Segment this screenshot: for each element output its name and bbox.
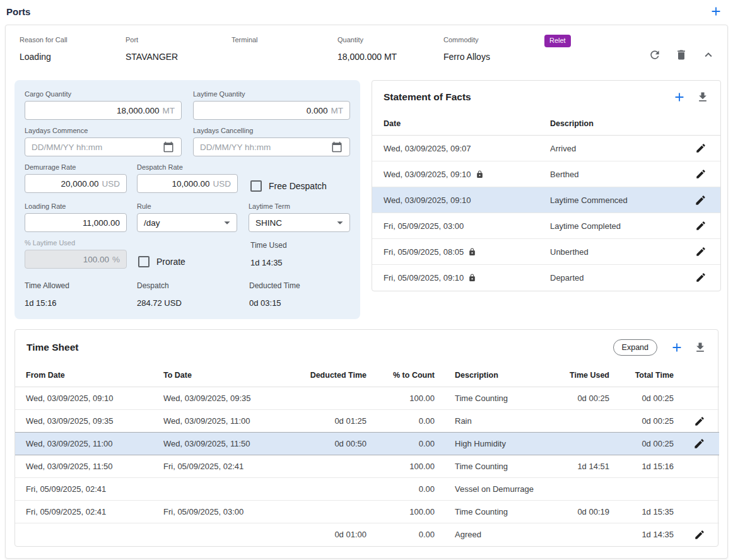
timesheet-row[interactable]: Fri, 05/09/2025, 02:41 0.00 Vessel on De… xyxy=(15,478,719,501)
ts-col-description: Description xyxy=(435,364,546,387)
sof-actions xyxy=(672,90,709,104)
ts-col-total: Total Time xyxy=(609,364,674,387)
laytime-quantity-label: Laytime Quantity xyxy=(193,90,350,98)
laydays-cancelling-input[interactable] xyxy=(193,137,350,156)
sof-edit-button[interactable] xyxy=(694,167,708,181)
sof-edit-button[interactable] xyxy=(693,193,708,207)
edit-icon xyxy=(695,143,707,154)
sof-edit-button[interactable] xyxy=(694,141,708,155)
sof-row-date: Fri, 05/09/2025, 09:10 xyxy=(372,265,550,291)
laytime-term-field: Laytime Term SHINC xyxy=(249,202,350,232)
timesheet-title: Time Sheet xyxy=(26,342,78,353)
edit-icon xyxy=(693,438,705,450)
despatch-stat: Despatch 284.72 USD xyxy=(137,281,249,308)
sof-row-date: Wed, 03/09/2025, 09:10 xyxy=(372,187,550,213)
commodity-value: Ferro Alloys xyxy=(443,52,544,62)
demurrage-rate-input[interactable]: USD xyxy=(25,174,127,193)
loading-rate-value[interactable] xyxy=(32,218,120,228)
timesheet-edit-button[interactable] xyxy=(693,414,707,428)
sof-edit-button[interactable] xyxy=(694,245,708,259)
sof-edit-button[interactable] xyxy=(694,271,708,284)
chevron-down-icon xyxy=(220,216,234,230)
laytime-quantity-value[interactable] xyxy=(200,106,328,115)
statement-of-facts-panel: Statement of Facts Date Description xyxy=(372,80,721,291)
laydays-cancelling-calendar-button[interactable] xyxy=(331,141,343,153)
rule-select[interactable]: /day xyxy=(137,213,237,232)
sof-row[interactable]: Wed, 03/09/2025, 09:07 Arrived xyxy=(372,136,720,161)
sof-download-button[interactable] xyxy=(696,91,709,103)
laydays-commence-input[interactable] xyxy=(25,137,182,156)
calendar-icon xyxy=(331,141,343,153)
despatch-rate-value[interactable] xyxy=(144,179,209,189)
sync-icon xyxy=(648,49,661,61)
laytime-quantity-input[interactable]: MT xyxy=(193,101,350,120)
commodity-label: Commodity xyxy=(443,36,544,44)
lock-icon xyxy=(468,248,476,256)
ts-col-deducted: Deducted Time xyxy=(296,364,366,387)
timesheet-expand-button[interactable]: Expand xyxy=(613,339,657,356)
timesheet-edit-button[interactable] xyxy=(692,436,707,451)
timesheet-row[interactable]: Fri, 05/09/2025, 02:41 Fri, 05/09/2025, … xyxy=(15,501,719,523)
cargo-quantity-value[interactable] xyxy=(32,106,160,115)
timesheet-actions: Expand xyxy=(613,339,707,356)
ts-col-time-used: Time Used xyxy=(546,364,609,387)
laydays-cancelling-field: Laydays Cancelling xyxy=(193,127,350,156)
laydays-commence-value[interactable] xyxy=(32,143,158,152)
sof-row[interactable]: Wed, 03/09/2025, 09:10 Berthed xyxy=(372,161,720,187)
timesheet-table: From Date To Date Deducted Time % to Cou… xyxy=(15,364,719,546)
laydays-cancelling-value[interactable] xyxy=(200,143,327,152)
free-despatch-checkbox-row[interactable]: Free Despatch xyxy=(250,177,327,195)
terminal-label: Terminal xyxy=(232,36,332,44)
laytime-used-input: % xyxy=(25,250,127,269)
laydays-commence-calendar-button[interactable] xyxy=(162,141,175,153)
time-allowed-value: 1d 15:16 xyxy=(25,298,137,308)
despatch-rate-input[interactable]: USD xyxy=(137,174,238,193)
reason-for-call-field: Reason for Call Loading xyxy=(15,36,120,62)
timesheet-download-button[interactable] xyxy=(694,341,707,354)
ts-col-to: To Date xyxy=(163,364,296,387)
quantity-field: Quantity 18,000.000 MT xyxy=(332,36,438,62)
port-field: Port STAVANGER xyxy=(120,36,226,62)
rule-field: Rule /day xyxy=(137,202,237,232)
sof-add-button[interactable] xyxy=(672,90,686,104)
free-despatch-checkbox[interactable] xyxy=(250,180,262,192)
timesheet-edit-button[interactable] xyxy=(693,528,707,542)
prorate-checkbox-row[interactable]: Prorate xyxy=(138,252,239,271)
collapse-port-button[interactable] xyxy=(700,46,717,64)
prorate-checkbox[interactable] xyxy=(138,256,150,267)
timesheet-row[interactable]: 0d 01:00 0.00 Agreed 1d 14:35 xyxy=(15,523,719,546)
timesheet-row[interactable]: Wed, 03/09/2025, 09:10 Wed, 03/09/2025, … xyxy=(15,387,719,410)
port-label: Port xyxy=(126,36,226,44)
sof-row[interactable]: Fri, 05/09/2025, 03:00 Laytime Completed xyxy=(372,213,720,239)
trash-icon xyxy=(675,49,688,61)
cargo-quantity-input[interactable]: MT xyxy=(25,101,182,120)
laydays-cancelling-label: Laydays Cancelling xyxy=(193,127,350,134)
loading-rate-input[interactable] xyxy=(25,213,127,232)
timesheet-row[interactable]: Wed, 03/09/2025, 09:35 Wed, 03/09/2025, … xyxy=(15,410,719,433)
timesheet-row[interactable]: Wed, 03/09/2025, 11:00 Wed, 03/09/2025, … xyxy=(15,433,719,455)
edit-icon xyxy=(695,220,707,231)
sof-col-description: Description xyxy=(550,112,675,136)
sof-row-date: Fri, 05/09/2025, 03:00 xyxy=(372,213,550,239)
port-card-body: Cargo Quantity MT Laytime Quantity MT xyxy=(6,64,727,319)
port-value: STAVANGER xyxy=(126,52,226,62)
rule-value: /day xyxy=(144,218,160,228)
laydays-commence-label: Laydays Commence xyxy=(25,127,182,134)
timesheet-add-button[interactable] xyxy=(670,341,684,354)
sof-row[interactable]: Fri, 05/09/2025, 09:10 Departed xyxy=(372,265,720,291)
sof-edit-button[interactable] xyxy=(694,219,708,233)
cargo-quantity-unit: MT xyxy=(163,106,175,115)
recalculate-button[interactable] xyxy=(647,47,663,63)
deducted-time-value: 0d 03:15 xyxy=(249,298,300,308)
time-allowed-stat: Time Allowed 1d 15:16 xyxy=(25,281,137,308)
delete-port-button[interactable] xyxy=(673,47,689,63)
timesheet-row[interactable]: Wed, 03/09/2025, 11:50 Fri, 05/09/2025, … xyxy=(15,455,719,478)
page-header: Ports xyxy=(0,0,733,25)
sof-row[interactable]: Fri, 05/09/2025, 08:05 Unberthed xyxy=(372,239,720,265)
demurrage-rate-value[interactable] xyxy=(32,179,98,189)
laytime-used-value xyxy=(32,255,109,264)
sof-row[interactable]: Wed, 03/09/2025, 09:10 Laytime Commenced xyxy=(372,187,720,213)
chevron-up-icon xyxy=(701,48,715,62)
add-port-button[interactable] xyxy=(709,4,723,18)
laytime-term-select[interactable]: SHINC xyxy=(249,213,350,232)
